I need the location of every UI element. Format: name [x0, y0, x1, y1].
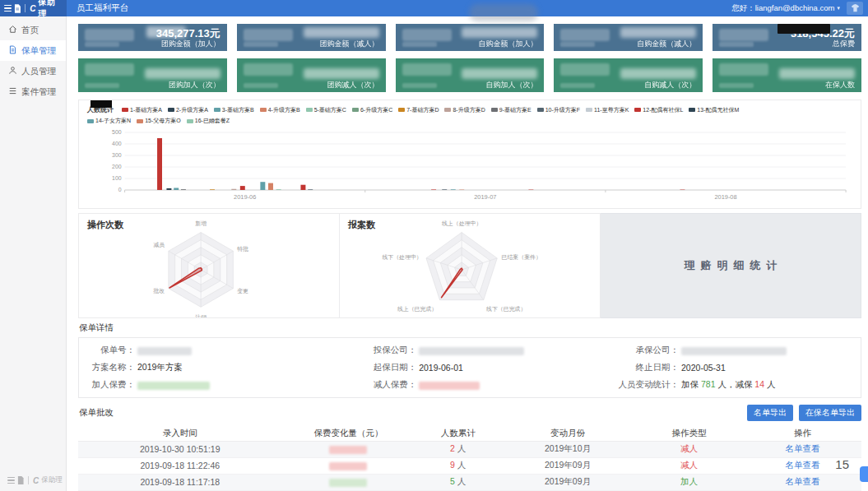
- policy-detail-title: 保单详情: [79, 322, 861, 334]
- claims-detail-panel: 理赔明细统计: [600, 213, 861, 318]
- radar-title: 操作次数: [87, 219, 123, 231]
- legend-swatch: [398, 108, 405, 112]
- tshirt-icon: [851, 4, 860, 12]
- floating-side-button[interactable]: [860, 466, 868, 482]
- redaction-blur: [560, 42, 595, 47]
- legend-item[interactable]: 9-基础方案E: [491, 106, 531, 114]
- legend-item[interactable]: 4-升级方案B: [260, 106, 300, 114]
- svg-text:线上（处理中）: 线上（处理中）: [442, 220, 481, 227]
- home-icon: [8, 25, 17, 35]
- stat-card-value: 318,545.22元: [791, 27, 855, 39]
- export-insured-list-button[interactable]: 在保名单导出: [799, 405, 861, 421]
- sidebar-item-4[interactable]: 案件管理: [0, 81, 66, 102]
- svg-text:200: 200: [112, 164, 122, 169]
- legend-item[interactable]: 5-基础方案C: [306, 106, 346, 114]
- svg-text:线下（处理中）: 线下（处理中）: [382, 254, 421, 261]
- legend-swatch: [187, 119, 193, 123]
- claims-detail-title: 理赔明细统计: [679, 258, 783, 273]
- stat-card-label: 团购加人（次）: [169, 81, 220, 90]
- legend-swatch: [306, 108, 313, 112]
- legend-item[interactable]: 6-升级方案C: [352, 106, 392, 114]
- legend-item[interactable]: 11-至尊方案K: [586, 106, 629, 114]
- legend-item[interactable]: 14-子女方案N: [87, 117, 131, 125]
- footer-brand-name: 保助理: [41, 475, 63, 485]
- page-title: 员工福利平台: [77, 2, 128, 14]
- cell-operation-type: 减人: [634, 457, 744, 474]
- legend-swatch: [260, 108, 267, 112]
- amendments-section: 保单批改 名单导出在保名单导出 录入时间保费变化量（元）人数累计变动月份操作类型…: [78, 404, 861, 491]
- stat-card-label: 团购金额（加人）: [161, 39, 220, 49]
- legend-item[interactable]: 3-基础方案B: [214, 106, 254, 114]
- legend-item[interactable]: 2-升级方案A: [168, 106, 208, 114]
- operation-type-label: 减人: [680, 460, 698, 470]
- stat-card-label: 在保人数: [825, 81, 855, 90]
- redaction-blur: [85, 29, 134, 41]
- detail-field: 加人保费：: [84, 379, 365, 391]
- legend-item[interactable]: 8-升级方案D: [444, 106, 485, 114]
- svg-text:2019-08: 2019-08: [714, 193, 736, 201]
- stat-card: 自购减人（次）: [554, 58, 703, 92]
- legend-swatch: [137, 119, 143, 123]
- detail-field: 终止日期：2020-05-31: [613, 362, 856, 373]
- detail-field-value: 加保 781 人，减保 14 人: [681, 379, 775, 391]
- export-list-button[interactable]: 名单导出: [747, 405, 793, 421]
- sidebar-item-label: 案件管理: [21, 86, 56, 98]
- view-list-link[interactable]: 名单查看: [786, 476, 820, 486]
- stat-card: 在保人数: [713, 58, 861, 92]
- legend-swatch: [634, 108, 641, 112]
- column-header: 录入时间: [78, 426, 282, 441]
- brand-mark-icon: C: [33, 476, 39, 485]
- legend-label: 9-基础方案E: [499, 106, 531, 114]
- legend-item[interactable]: 10-升级方案F: [537, 106, 580, 114]
- brand-logo[interactable]: C 保助理: [0, 0, 67, 16]
- divider: [25, 4, 26, 12]
- svg-text:变更: 变更: [236, 288, 248, 294]
- legend-item[interactable]: 12-配偶有社保L: [634, 106, 683, 114]
- view-list-link[interactable]: 名单查看: [786, 443, 820, 453]
- svg-text:特批: 特批: [237, 246, 248, 252]
- cell-person-count: 5 人: [415, 474, 501, 490]
- redaction-blur: [329, 446, 367, 454]
- sidebar-item-3[interactable]: 人员管理: [0, 61, 66, 81]
- cell-action: 名单查看: [744, 474, 861, 490]
- sidebar-item-1[interactable]: 首页: [0, 20, 66, 40]
- theme-button[interactable]: [847, 2, 863, 15]
- legend-label: 16-已婚套餐Z: [195, 117, 230, 125]
- stat-card: 团购金额（减人）: [237, 24, 386, 51]
- stat-card-label: 团购金额（减人）: [320, 39, 379, 49]
- detail-value-part: 加保: [681, 379, 701, 389]
- stat-card-label: 自购金额（加人）: [478, 39, 537, 49]
- redaction-blur: [719, 42, 754, 47]
- legend-label: 8-升级方案D: [453, 106, 485, 114]
- amendments-table: 录入时间保费变化量（元）人数累计变动月份操作类型操作2019-10-30 10:…: [78, 426, 861, 491]
- user-menu[interactable]: 您好：liangfan@dbchina.com ▾: [731, 3, 840, 14]
- chevron-down-icon: ▾: [837, 5, 840, 12]
- app-root: C 保助理 员工福利平台 您好：liangfan@dbchina.com ▾ 首…: [0, 0, 868, 491]
- detail-field: 人员变动统计：加保 781 人，减保 14 人: [613, 379, 856, 391]
- stat-card: 自购加人（次）: [396, 58, 545, 92]
- legend-item[interactable]: 1-基础方案A: [122, 106, 162, 114]
- legend-item[interactable]: 13-配偶无社保M: [689, 106, 739, 114]
- legend-swatch: [537, 108, 544, 112]
- legend-label: 14-子女方案N: [95, 117, 131, 125]
- legend-label: 11-至尊方案K: [594, 106, 629, 114]
- redaction-blur: [146, 26, 186, 38]
- redaction-blur: [462, 68, 537, 79]
- divider: [28, 476, 29, 484]
- sidebar-item-2[interactable]: 保单管理: [0, 40, 66, 61]
- column-header: 操作类型: [634, 426, 744, 441]
- legend-item[interactable]: 16-已婚套餐Z: [187, 117, 230, 125]
- legend-swatch: [689, 108, 695, 112]
- redaction-blur: [402, 29, 452, 41]
- stat-card-value: 345,277.13元: [156, 27, 220, 39]
- radar-row: 操作次数 新增特批变更注销批改减员 报案数 线上（处理中）已结案（案件）线下（已…: [78, 213, 861, 318]
- redaction-blur: [419, 382, 480, 390]
- legend-item[interactable]: 7-基础方案D: [398, 106, 439, 114]
- stat-card-value: [847, 68, 855, 81]
- detail-value-part: 人，减保: [715, 379, 754, 389]
- svg-text:0: 0: [118, 187, 122, 192]
- column-header: 保费变化量（元）: [282, 426, 415, 441]
- legend-item[interactable]: 15-父母方案O: [137, 117, 181, 125]
- detail-field-value: [419, 345, 524, 355]
- view-list-link[interactable]: 名单查看: [786, 460, 820, 470]
